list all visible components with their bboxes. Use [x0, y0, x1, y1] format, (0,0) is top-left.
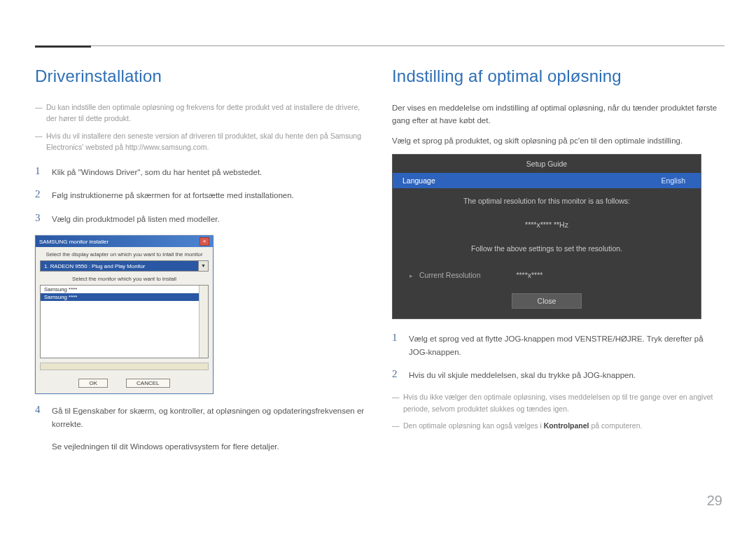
- step-3: 3 Vælg din produktmodel på listen med mo…: [35, 212, 368, 225]
- scrollbar-horizontal[interactable]: [40, 363, 209, 370]
- step-1: 1 Vælg et sprog ved at flytte JOG-knappe…: [392, 332, 724, 358]
- step-number: 2: [35, 188, 52, 200]
- step-number: 1: [35, 165, 52, 177]
- osd-language-row[interactable]: Language English: [393, 173, 701, 188]
- caret-icon: ▸: [410, 272, 413, 279]
- adapter-select[interactable]: 1. RADEON 9550 : Plug and Play Monitor ▼: [40, 260, 209, 272]
- paragraph: Der vises en meddelelse om indstilling a…: [392, 101, 724, 127]
- step-number: 2: [392, 368, 409, 380]
- ok-button[interactable]: OK: [78, 379, 108, 388]
- right-column: Indstilling af optimal opløsning Der vis…: [392, 66, 724, 437]
- osd-title: Setup Guide: [393, 155, 701, 173]
- step-number: 1: [392, 332, 409, 344]
- step-2: 2 Hvis du vil skjule meddelelsen, skal d…: [392, 368, 724, 381]
- foot-note: Hvis du ikke vælger den optimale opløsni…: [392, 391, 724, 414]
- note-text-pre: Den optimale opløsning kan også vælges i: [403, 421, 544, 430]
- paragraph: Vælg et sprog på produktet, og skift opl…: [392, 134, 724, 147]
- list-item[interactable]: Samsung ****: [41, 293, 208, 301]
- scrollbar-vertical[interactable]: [199, 286, 208, 358]
- foot-note: Den optimale opløsning kan også vælges i…: [392, 420, 724, 431]
- osd-language-label: Language: [402, 176, 435, 185]
- header-divider: [35, 45, 724, 46]
- osd-language-value: English: [662, 176, 685, 185]
- right-heading: Indstilling af optimal opløsning: [392, 66, 724, 86]
- foot-note: Hvis du vil installere den seneste versi…: [35, 130, 368, 153]
- page-number: 29: [707, 493, 722, 509]
- step-text: Vælg din produktmodel på listen med mode…: [52, 212, 220, 225]
- step-1: 1 Klik på "Windows Driver", som du har h…: [35, 165, 368, 178]
- step-number: 4: [35, 404, 52, 416]
- step-text: Følg instruktionerne på skærmen for at f…: [52, 188, 294, 202]
- step-text: Vælg et sprog ved at flytte JOG-knappen …: [409, 332, 724, 358]
- osd-line2: Follow the above settings to set the res…: [393, 244, 701, 268]
- dialog-titlebar: SAMSUNG monitor installer ×: [36, 236, 213, 247]
- step-subtext: Se vejledningen til dit Windows operativ…: [35, 440, 368, 453]
- note-text-post: på computeren.: [589, 421, 643, 430]
- osd-resolution: ****x**** **Hz: [393, 205, 701, 244]
- close-icon[interactable]: ×: [200, 237, 209, 246]
- step-2: 2 Følg instruktionerne på skærmen for at…: [35, 188, 368, 202]
- step-text: Gå til Egenskaber for skærm, og kontroll…: [52, 404, 368, 430]
- note-text-bold: Kontrolpanel: [544, 421, 589, 430]
- header-accent: [35, 45, 91, 48]
- step-number: 3: [35, 212, 52, 224]
- dialog-section-label: Select the monitor which you want to ins…: [40, 276, 209, 282]
- foot-note: Du kan indstille den optimale opløsning …: [35, 101, 368, 125]
- adapter-selected: 1. RADEON 9550 : Plug and Play Monitor: [44, 263, 145, 269]
- dialog-title: SAMSUNG monitor installer: [39, 239, 108, 245]
- monitor-list[interactable]: Samsung **** Samsung ****: [40, 285, 209, 358]
- osd-setup-guide: Setup Guide Language English The optimal…: [392, 154, 701, 319]
- osd-close-button[interactable]: Close: [512, 293, 582, 309]
- list-item[interactable]: Samsung ****: [41, 286, 208, 293]
- left-column: Driverinstallation Du kan indstille den …: [35, 66, 368, 463]
- cancel-button[interactable]: CANCEL: [126, 379, 169, 388]
- step-text: Hvis du vil skjule meddelelsen, skal du …: [409, 368, 636, 381]
- dialog-body: Select the display adapter on which you …: [36, 247, 213, 393]
- left-heading: Driverinstallation: [35, 66, 368, 86]
- step-text: Klik på "Windows Driver", som du har hen…: [52, 165, 262, 178]
- chevron-down-icon[interactable]: ▼: [198, 261, 208, 271]
- dialog-section-label: Select the display adapter on which you …: [40, 251, 209, 258]
- dialog-buttons: OK CANCEL: [40, 377, 209, 389]
- step-4: 4 Gå til Egenskaber for skærm, og kontro…: [35, 404, 368, 430]
- osd-current-resolution: ▸ Current Resolution ****x****: [393, 268, 701, 282]
- osd-current-label: Current Resolution: [419, 271, 481, 279]
- osd-current-value: ****x****: [516, 271, 542, 279]
- windows-dialog: SAMSUNG monitor installer × Select the d…: [35, 235, 214, 394]
- osd-line1: The optimal resolution for this monitor …: [393, 188, 701, 205]
